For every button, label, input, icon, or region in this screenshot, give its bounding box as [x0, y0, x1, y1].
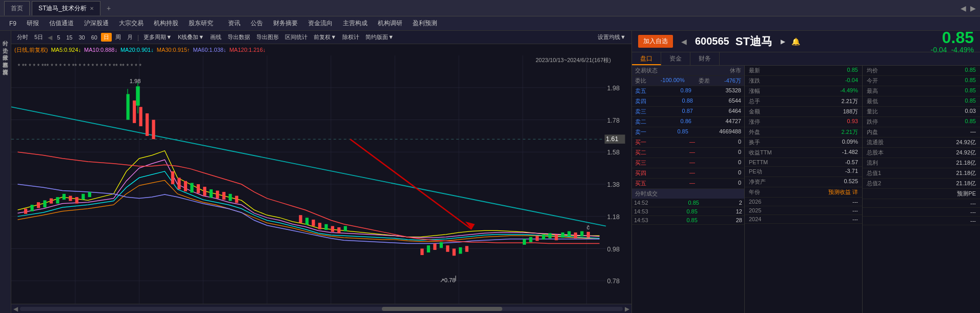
svg-rect-61	[299, 215, 302, 223]
stat-total1: 总值1 21.18亿	[863, 168, 980, 179]
ma20-label: MA20:0.901↓	[120, 47, 154, 53]
sidebar-item-tech[interactable]: 技术分析	[2, 47, 9, 53]
ma-overlay[interactable]: K线叠加▼	[175, 32, 207, 42]
svg-rect-33	[24, 209, 27, 214]
sell2-price: 0.86	[680, 118, 691, 126]
menu-research[interactable]: 研报	[22, 17, 44, 30]
stock-header: 加入自选 ◀ 600565 ST迪马 ▶ 🔔 0.85 -0.04 -4.49%	[632, 31, 980, 52]
svg-rect-35	[37, 202, 40, 208]
svg-rect-41	[75, 197, 78, 204]
stock-prev-button[interactable]: ◀	[679, 37, 689, 46]
svg-text:1.38: 1.38	[607, 181, 620, 188]
forward-button[interactable]: ▶	[970, 4, 976, 12]
svg-rect-48	[146, 113, 149, 136]
stat-pe-dynamic: PE动 -3.71	[745, 167, 862, 177]
export-data[interactable]: 导出数据	[225, 32, 253, 42]
menu-institution[interactable]: 机构持股	[149, 17, 183, 30]
menu-news[interactable]: 资讯	[223, 17, 246, 30]
buy5-label: 买五	[635, 180, 646, 187]
svg-text:1.98: 1.98	[607, 85, 620, 92]
close-icon[interactable]: ✕	[90, 6, 94, 11]
tab-financial[interactable]: 财务	[690, 52, 720, 65]
menu-cashflow[interactable]: 资金流向	[303, 17, 338, 30]
tab-capital[interactable]: 资金	[661, 52, 690, 65]
stat-forecast-pe-2026: ---	[863, 199, 980, 208]
menu-main-business[interactable]: 主营构成	[338, 17, 373, 30]
buy2-price: —	[689, 149, 695, 156]
svg-text:* ** *  * *      ***     * *  : * ** * * * *** * * * * * ** * * * * * * …	[17, 63, 141, 70]
period-month[interactable]: 月	[125, 32, 135, 42]
add-watch-button[interactable]: 加入自选	[638, 35, 673, 48]
menu-announcement[interactable]: 公告	[246, 17, 268, 30]
stock-nav-arrow2[interactable]: ▶	[781, 38, 785, 45]
scroll-bar[interactable]: ◀ ▶	[11, 304, 631, 313]
scroll-left-arrow[interactable]: ◀	[13, 305, 18, 312]
svg-rect-56	[210, 189, 213, 198]
chart-canvas[interactable]: 2023/10/13~2024/6/21(167根)	[11, 55, 631, 313]
trade-section-label: 分时成交	[635, 190, 658, 198]
period-5day[interactable]: 5日	[32, 32, 46, 42]
scroll-thumb[interactable]	[382, 307, 502, 311]
adj-forward[interactable]: 前复权▼	[311, 32, 339, 42]
buy4-vol: 0	[738, 169, 741, 177]
menu-research2[interactable]: 机构调研	[373, 17, 407, 30]
period-30[interactable]: 30	[76, 33, 88, 42]
back-button[interactable]: ◀	[961, 4, 966, 12]
menu-shsz[interactable]: 沪深股通	[79, 17, 114, 30]
sep1: ◀	[47, 34, 53, 41]
svg-rect-85	[561, 232, 564, 238]
tab-orderbook[interactable]: 盘口	[632, 52, 661, 65]
svg-line-26	[11, 107, 606, 226]
scroll-track[interactable]	[20, 307, 623, 311]
chart-type: (日线,前复权)	[14, 46, 48, 54]
menu-financials[interactable]: 财务摘要	[268, 17, 303, 30]
bell-icon[interactable]: 🔔	[791, 37, 800, 46]
buy2-label: 买二	[635, 149, 646, 156]
simple-view[interactable]: 简约版面▼	[363, 32, 396, 42]
chart-toolbar: 分时 5日 ◀ 5 15 30 60 日 周 月 | 更多周期▼ K线叠加▼ 画…	[11, 31, 631, 44]
buy3-label: 买三	[635, 159, 646, 167]
svg-rect-58	[222, 192, 226, 200]
stat-total2: 总值2 21.18亿	[863, 179, 980, 189]
trade-price-2: 0.85	[686, 208, 697, 214]
trade-status-label: 交易状态	[635, 67, 658, 74]
sidebar-item-minute[interactable]: 分时	[2, 33, 9, 39]
sidebar-item-trend[interactable]: 走势	[2, 40, 9, 46]
stat-high: 最高 0.85	[863, 86, 980, 96]
menu-profit[interactable]: 盈利预测	[407, 17, 442, 30]
scroll-right-arrow[interactable]: ▶	[625, 305, 629, 312]
add-tab-button[interactable]: +	[103, 2, 115, 14]
period-week[interactable]: 周	[113, 32, 124, 42]
period-minute[interactable]: 分时	[14, 32, 31, 42]
sidebar-item-basic[interactable]: 基本资料	[2, 54, 9, 61]
svg-rect-51	[177, 178, 180, 189]
period-day[interactable]: 日	[101, 33, 112, 42]
menu-f9[interactable]: F9	[4, 18, 22, 29]
export-chart[interactable]: 导出图形	[254, 32, 281, 42]
stat-changepct: 涨幅 -4.49%	[745, 86, 862, 96]
sidebar-item-depth[interactable]: 深度资料	[2, 62, 9, 68]
menu-block[interactable]: 大宗交易	[114, 17, 149, 30]
ma-bar: (日线,前复权) MA5:0.924↓ MA10:0.888↓ MA20:0.9…	[11, 44, 631, 55]
stock-name: ST迪马	[736, 34, 772, 49]
ma60-label: MA60:1.038↓	[193, 47, 227, 53]
range-stats[interactable]: 区间统计	[282, 32, 310, 42]
trade-time-3: 14:53	[634, 217, 648, 223]
tab-analysis[interactable]: ST迪马_技术分析 ✕	[32, 1, 100, 15]
more-period[interactable]: 更多周期▼	[141, 32, 174, 42]
svg-rect-38	[56, 197, 59, 204]
stat-avgprice: 均价 0.85	[863, 66, 980, 76]
adj-none[interactable]: 除权计	[340, 32, 362, 42]
draw-tool[interactable]: 画线	[208, 32, 224, 42]
stock-code: 600565	[695, 35, 729, 47]
sell5-price: 0.89	[680, 87, 691, 95]
weica-value: -476万	[724, 77, 741, 85]
menu-shareholder[interactable]: 股东研究	[183, 17, 218, 30]
menu-valuation[interactable]: 估值通道	[44, 17, 79, 30]
period-60[interactable]: 60	[89, 33, 100, 42]
period-5[interactable]: 5	[54, 33, 63, 42]
ma-settings[interactable]: 设置均线▼	[595, 32, 628, 42]
tab-home[interactable]: 首页	[4, 1, 30, 15]
trade-status-value: 休市	[730, 67, 741, 74]
period-15[interactable]: 15	[64, 33, 75, 42]
